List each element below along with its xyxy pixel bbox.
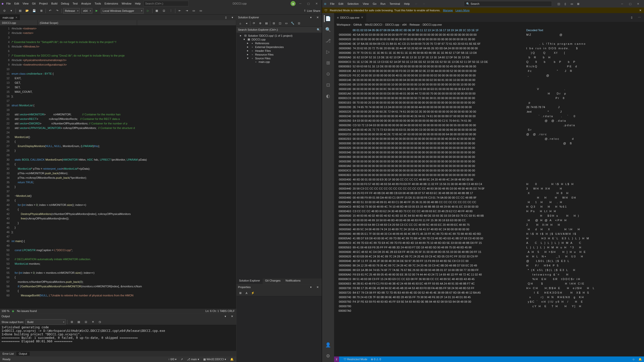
trust-close-icon[interactable]: ✕ xyxy=(639,9,641,12)
indent-more-icon[interactable]: ⇥ xyxy=(184,8,189,14)
remote-status-icon[interactable]: ⊻ xyxy=(334,356,339,362)
start-nodebug-icon[interactable]: ▷ xyxy=(145,8,151,14)
layout3-icon[interactable]: ▭ xyxy=(569,1,575,7)
props-events-icon[interactable]: ⚡ xyxy=(250,290,256,296)
menu-build[interactable]: Build xyxy=(50,1,59,6)
solution-tree[interactable]: ▸⊟Solution 'DDCCI.cpp' (1 of 1 project)▾… xyxy=(236,33,322,279)
menu-debug[interactable]: Debug xyxy=(59,1,71,6)
split-icon[interactable]: ▯ xyxy=(629,15,634,20)
debug-icon[interactable]: ▷ xyxy=(325,48,332,55)
close-output-icon[interactable]: ✕ xyxy=(229,313,235,319)
se-preview-icon[interactable]: ▭ xyxy=(284,21,289,26)
menu-project[interactable]: Project xyxy=(37,1,49,6)
misc2-icon[interactable]: ⊡ xyxy=(161,8,167,14)
out-btn3-icon[interactable]: ⊡ xyxy=(83,319,89,325)
explorer-icon[interactable]: 📄 xyxy=(324,15,332,22)
signin-icon[interactable]: ◉ xyxy=(291,1,296,6)
menu-run[interactable]: Run xyxy=(379,2,387,6)
bell-icon[interactable]: 🔔 xyxy=(638,358,642,361)
layout1-icon[interactable]: ◫ xyxy=(556,1,561,7)
se-props-icon[interactable]: 🔧 xyxy=(290,21,295,26)
pin-icon[interactable]: ▾ xyxy=(308,284,314,290)
vs-search[interactable]: Search (Ctrl+;) xyxy=(143,1,189,6)
status-add[interactable]: ↗ xyxy=(181,358,183,361)
vc-search[interactable]: 🔍 Search xyxy=(464,1,552,7)
live-share[interactable]: ⇪Live Share xyxy=(304,9,320,12)
scope-member[interactable] xyxy=(137,20,236,25)
props-alpha-icon[interactable]: A xyxy=(244,290,249,296)
account-icon[interactable]: 👤 xyxy=(325,341,332,348)
tab-output[interactable]: Output xyxy=(16,352,30,356)
trust-learn[interactable]: Learn More xyxy=(455,9,469,12)
vc-tab-exe[interactable]: ≡DDCCI.cpp.exe✕ xyxy=(334,13,367,22)
tree-item[interactable]: ▾▦DDCCI.cpp xyxy=(236,37,322,41)
more-icon[interactable]: ⋯ xyxy=(636,15,642,20)
scope-project[interactable]: DDCCI.cpp xyxy=(0,20,38,25)
props-cat-icon[interactable]: ⊞ xyxy=(237,290,243,296)
menu-go[interactable]: Go xyxy=(371,2,378,6)
out-btn2-icon[interactable]: ▤ xyxy=(76,319,82,325)
tree-item[interactable]: ▸▫Resource Files xyxy=(236,53,322,56)
indent-less-icon[interactable]: ⇤ xyxy=(177,8,182,14)
feedback-icon[interactable]: ☺ xyxy=(632,358,635,361)
output-source-dropdown[interactable]: Build xyxy=(25,319,66,325)
misc1-icon[interactable]: ▦ xyxy=(154,8,159,14)
undo-icon[interactable]: ↶ xyxy=(47,8,53,14)
se-back-icon[interactable]: ◂ xyxy=(244,21,249,26)
bell-icon[interactable]: 🔔 xyxy=(230,358,234,361)
split-icon[interactable]: ▯ xyxy=(223,15,229,20)
se-home-icon[interactable]: ⌂ xyxy=(237,21,243,26)
ext2-icon[interactable]: ◐ xyxy=(325,93,332,100)
save-icon[interactable]: 💾 xyxy=(31,8,37,14)
extensions-icon[interactable]: ⊞ xyxy=(325,59,332,66)
uncomment-icon[interactable]: ▭ xyxy=(198,8,204,14)
tree-item[interactable]: ▸⊟Solution 'DDCCI.cpp' (1 of 1 project) xyxy=(236,34,322,37)
se-collapse-icon[interactable]: ⊟ xyxy=(271,21,276,26)
se-tab-notif[interactable]: Notifications xyxy=(283,279,303,284)
status-branch[interactable]: ⎇ main ▾ xyxy=(187,358,199,361)
close-icon[interactable]: ✕ xyxy=(313,1,320,6)
new-icon[interactable]: ▤ xyxy=(17,8,23,14)
zoom-dropdown[interactable]: 100 % xyxy=(2,309,9,312)
menu-window[interactable]: Window xyxy=(120,1,133,6)
saveall-icon[interactable]: ⊞ xyxy=(38,8,44,14)
config-dropdown[interactable]: Release xyxy=(63,8,80,14)
menu-help[interactable]: Help xyxy=(133,1,143,6)
tab-close-icon[interactable]: ✕ xyxy=(15,16,17,19)
comment-icon[interactable]: ▭ xyxy=(191,8,196,14)
out-btn5-icon[interactable]: ◷ xyxy=(97,319,103,325)
se-tab-solution[interactable]: Solution Explorer xyxy=(236,279,263,284)
gear-icon[interactable]: ⚙ xyxy=(325,352,332,359)
menu-file[interactable]: File xyxy=(328,2,336,6)
scope-global[interactable]: (Global Scope) xyxy=(38,20,137,25)
se-show-icon[interactable]: ◫ xyxy=(277,21,283,26)
tab-close-icon[interactable]: ✕ xyxy=(361,16,363,19)
se-tab-git[interactable]: Git Changes xyxy=(263,279,283,284)
tree-item[interactable]: ▸▫External Dependencies xyxy=(236,45,322,49)
se-refresh-icon[interactable]: ⟳ xyxy=(251,21,257,26)
se-search[interactable]: Search Solution Explorer (Ctrl+;)🔍 xyxy=(236,27,322,33)
layout4-icon[interactable]: ⊞ xyxy=(576,1,581,7)
platform-dropdown[interactable]: x64 xyxy=(81,8,92,14)
menu-edit[interactable]: Edit xyxy=(13,1,21,6)
out-btn4-icon[interactable]: ✕ xyxy=(90,319,96,325)
start-icon[interactable]: ▶ xyxy=(94,8,99,14)
menu-test[interactable]: Test xyxy=(71,1,79,6)
tree-item[interactable]: ▾▫Source Files xyxy=(236,56,322,60)
output-text[interactable]: 1>Finished generating code 1>DDCCI.cpp.v… xyxy=(0,325,236,351)
se-sync-icon[interactable]: ⊚ xyxy=(257,21,263,26)
menu-git[interactable]: Git xyxy=(30,1,37,6)
scm-icon[interactable]: ⎇ xyxy=(325,37,332,44)
hex-editor[interactable]: 0000000000000020000000400000006000000080… xyxy=(334,27,644,356)
maximize-icon[interactable]: ▢ xyxy=(305,1,312,6)
search-icon[interactable]: 🔍 xyxy=(325,26,332,33)
tab-main-cpp[interactable]: main.cpp✕ xyxy=(0,15,20,20)
redo-icon[interactable]: ↷ xyxy=(54,8,60,14)
menu-tools[interactable]: Tools xyxy=(93,1,103,6)
minimize-icon[interactable]: ─ xyxy=(297,1,304,6)
restricted-status[interactable]: 🛡 Restricted Mode xyxy=(344,358,367,361)
misc3-icon[interactable]: ⋮ xyxy=(168,8,174,14)
status-project[interactable]: ▦ Win32.DDCCI ▾ xyxy=(203,358,226,361)
menu-file[interactable]: File xyxy=(5,1,13,6)
nav-back-icon[interactable]: ← xyxy=(414,1,419,7)
